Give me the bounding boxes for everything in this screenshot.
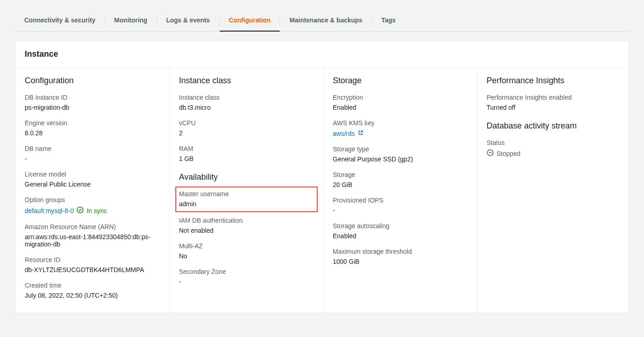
tabs: Connectivity & security Monitoring Logs … <box>15 0 629 32</box>
heading-instance-class: Instance class <box>179 76 314 86</box>
label-kms: AWS KMS key <box>333 119 468 127</box>
label-iam: IAM DB authentication <box>179 217 314 224</box>
highlight-master-username: Master username admin <box>175 187 318 212</box>
instance-panel: Instance Configuration DB instance ID ps… <box>15 41 629 313</box>
link-option-groups[interactable]: default:mysql-8-0 <box>25 207 74 214</box>
value-license-model: General Public License <box>25 181 160 188</box>
value-storage: 20 GiB <box>333 181 468 188</box>
heading-activity: Database activity stream <box>487 121 622 131</box>
tab-tags[interactable]: Tags <box>372 13 405 31</box>
value-encryption: Enabled <box>333 104 468 111</box>
label-created: Created time <box>25 282 160 289</box>
col-configuration: Configuration DB instance ID ps-migratio… <box>16 68 169 313</box>
panel-title: Instance <box>25 49 619 59</box>
label-db-instance-id: DB instance ID <box>25 94 160 101</box>
value-master-username: admin <box>179 200 314 208</box>
heading-performance: Performance Insights <box>487 76 622 86</box>
label-ram: RAM <box>179 145 314 152</box>
status-in-sync: In sync <box>87 207 107 214</box>
label-master-username: Master username <box>179 190 314 198</box>
label-secondary-zone: Secondary Zone <box>179 268 314 275</box>
col-performance: Performance Insights Performance Insight… <box>477 68 631 313</box>
value-iops: - <box>333 207 468 214</box>
heading-storage: Storage <box>333 76 468 86</box>
value-autoscaling: Enabled <box>333 232 468 240</box>
value-vcpu: 2 <box>179 129 314 137</box>
label-performance-enabled: Performance Insights enabled <box>487 94 622 101</box>
value-arn: arn:aws:rds:us-east-1:844923304850:db:ps… <box>25 233 160 248</box>
value-instance-class: db.t3.micro <box>179 104 314 111</box>
col-storage: Storage Encryption Enabled AWS KMS key a… <box>323 68 477 313</box>
tab-logs[interactable]: Logs & events <box>157 13 219 31</box>
minus-circle-icon <box>487 149 494 158</box>
label-storage-type: Storage type <box>333 145 468 153</box>
value-performance-enabled: Turned off <box>487 104 622 111</box>
label-iops: Provisioned IOPS <box>333 197 468 204</box>
value-storage-type: General Purpose SSD (gp2) <box>333 155 468 163</box>
label-arn: Amazon Resource Name (ARN) <box>25 223 160 230</box>
value-created: July 08, 2022, 02:50 (UTC+2:50) <box>25 292 160 299</box>
value-resource-id: db-XYLTZUESUCGDTBK44HTD6LMMPA <box>25 266 160 273</box>
value-db-instance-id: ps-migration-db <box>25 104 160 111</box>
value-engine-version: 8.0.28 <box>25 129 160 137</box>
tab-configuration[interactable]: Configuration <box>220 13 280 31</box>
label-instance-class: Instance class <box>179 94 314 101</box>
heading-configuration: Configuration <box>25 76 160 86</box>
heading-availability: Availability <box>179 172 314 182</box>
label-max-threshold: Maximum storage threshold <box>333 248 468 255</box>
label-vcpu: vCPU <box>179 119 314 127</box>
label-resource-id: Resource ID <box>25 256 160 263</box>
label-license-model: License model <box>25 171 160 178</box>
value-ram: 1 GB <box>179 155 314 162</box>
label-db-name: DB name <box>25 145 160 152</box>
label-multi-az: Multi-AZ <box>179 242 314 250</box>
label-storage: Storage <box>333 171 468 178</box>
label-autoscaling: Storage autoscaling <box>333 222 468 230</box>
tab-monitoring[interactable]: Monitoring <box>105 13 157 31</box>
value-activity-status: Stopped <box>497 150 520 157</box>
col-instance-class: Instance class Instance class db.t3.micr… <box>169 68 323 313</box>
value-iam: Not enabled <box>179 227 314 234</box>
value-db-name: - <box>25 155 160 162</box>
link-kms[interactable]: aws/rds <box>333 130 355 137</box>
value-multi-az: No <box>179 252 314 260</box>
tab-maintenance[interactable]: Maintenance & backups <box>280 13 372 31</box>
label-activity-status: Status <box>487 139 622 146</box>
label-option-groups: Option groups <box>25 196 160 203</box>
value-secondary-zone: - <box>179 278 314 285</box>
check-circle-icon <box>76 206 84 215</box>
label-engine-version: Engine version <box>25 119 160 127</box>
label-encryption: Encryption <box>333 94 468 101</box>
tab-connectivity[interactable]: Connectivity & security <box>15 13 105 31</box>
external-link-icon <box>357 129 364 137</box>
value-max-threshold: 1000 GiB <box>333 258 468 265</box>
